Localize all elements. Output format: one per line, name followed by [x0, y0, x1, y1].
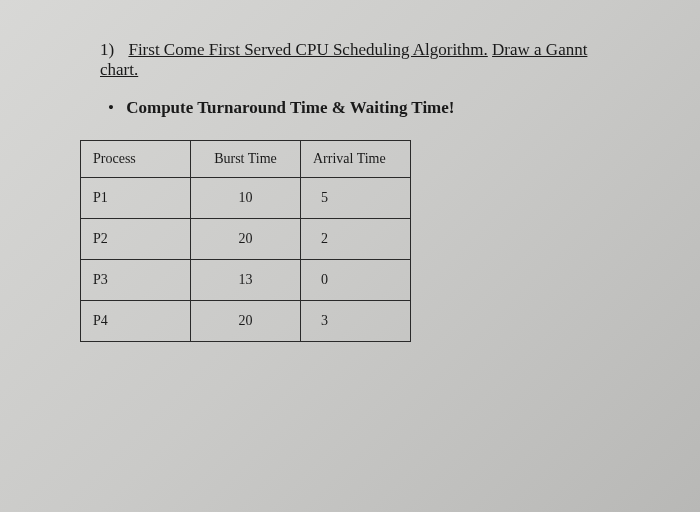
cell-process: P3	[81, 260, 191, 301]
cell-arrival: 5	[301, 178, 411, 219]
question-heading: 1) First Come First Served CPU Schedulin…	[100, 40, 620, 80]
cell-arrival: 2	[301, 219, 411, 260]
cell-process: P1	[81, 178, 191, 219]
cell-burst: 20	[191, 219, 301, 260]
cell-process: P4	[81, 301, 191, 342]
process-table-wrap: Process Burst Time Arrival Time P1 10 5 …	[80, 140, 620, 342]
cell-burst: 10	[191, 178, 301, 219]
instruction-text: Compute Turnaround Time & Waiting Time!	[126, 98, 454, 117]
cell-burst: 13	[191, 260, 301, 301]
table-row: P2 20 2	[81, 219, 411, 260]
table-row: P4 20 3	[81, 301, 411, 342]
cell-process: P2	[81, 219, 191, 260]
question-number: 1)	[100, 40, 114, 60]
header-arrival: Arrival Time	[301, 141, 411, 178]
cell-burst: 20	[191, 301, 301, 342]
header-burst: Burst Time	[191, 141, 301, 178]
cell-arrival: 0	[301, 260, 411, 301]
document-body: 1) First Come First Served CPU Schedulin…	[40, 40, 660, 342]
heading-title: First Come First Served CPU Scheduling A…	[128, 40, 487, 59]
process-table: Process Burst Time Arrival Time P1 10 5 …	[80, 140, 411, 342]
table-row: P1 10 5	[81, 178, 411, 219]
cell-arrival: 3	[301, 301, 411, 342]
table-header-row: Process Burst Time Arrival Time	[81, 141, 411, 178]
header-process: Process	[81, 141, 191, 178]
bullet-icon: •	[108, 98, 114, 118]
table-row: P3 13 0	[81, 260, 411, 301]
instruction-bullet: • Compute Turnaround Time & Waiting Time…	[108, 98, 620, 118]
